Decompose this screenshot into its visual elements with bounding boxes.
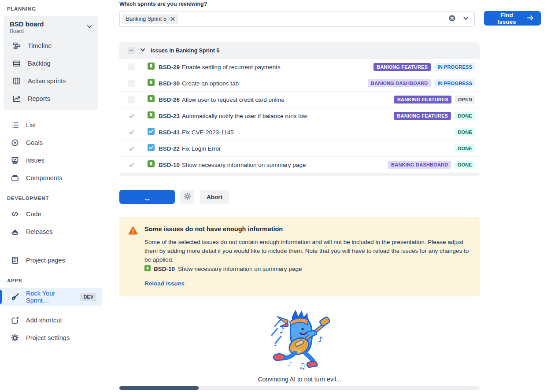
ship-icon — [11, 227, 19, 236]
issues-panel: Issues in Banking Sprint 5 BSD-29 Enable… — [119, 42, 480, 176]
epic-badge: BANKING FEATURES — [394, 96, 451, 104]
main-content: Which sprints are you reviewing? Banking… — [102, 0, 547, 392]
story-icon — [148, 95, 155, 104]
issue-key: BSD-29 — [159, 64, 180, 70]
find-issues-label: Find Issues — [491, 12, 523, 25]
issue-key: BSD-41 — [159, 129, 180, 136]
development-section-label: DEVELOPMENT — [0, 196, 102, 201]
abort-button[interactable]: Abort — [200, 190, 229, 204]
issue-key: BSD-22 — [159, 145, 180, 152]
issue-checkbox-checked[interactable] — [128, 161, 135, 168]
sidebar-item-timeline[interactable]: Timeline — [5, 37, 96, 55]
sidebar-item-reports[interactable]: Reports — [5, 90, 96, 107]
status-badge: DONE — [455, 144, 475, 152]
issue-checkbox[interactable] — [128, 96, 135, 103]
issue-title: Enable settling of recurrent payments — [182, 64, 281, 70]
board-card: BSD board Board Timeline Backlog — [4, 16, 98, 110]
board-title: BSD board — [10, 20, 86, 28]
sidebar-item-label: Timeline — [28, 42, 52, 49]
chevron-down-icon[interactable] — [462, 15, 469, 23]
sidebar-item-label: Project settings — [26, 334, 70, 341]
sidebar-item-issues[interactable]: Issues — [0, 152, 102, 169]
list-icon — [11, 121, 19, 129]
sidebar-item-releases[interactable]: Releases — [0, 223, 102, 240]
sidebar-item-label: Goals — [26, 139, 43, 146]
warning-issue-line: BSD-10 Show necessary information on sum… — [144, 265, 470, 273]
warning-panel: Some issues do not have enough informati… — [119, 217, 480, 296]
issues-icon — [11, 156, 19, 165]
sprint-multiselect[interactable]: Banking Sprint 5 — [119, 11, 475, 27]
generate-button-loading[interactable] — [119, 190, 175, 204]
timeline-icon — [12, 41, 21, 50]
issues-panel-title: Issues in Banking Sprint 5 — [151, 48, 219, 54]
sidebar-item-list[interactable]: List — [0, 116, 102, 134]
board-columns-icon — [12, 77, 21, 85]
app-window: PLANNING BSD board Board Timeline — [0, 0, 547, 392]
target-icon — [11, 138, 19, 147]
find-issues-button[interactable]: Find Issues — [484, 11, 541, 26]
sidebar-item-project-settings[interactable]: Project settings — [0, 329, 102, 347]
issue-checkbox-checked[interactable] — [128, 129, 135, 136]
clear-select-icon[interactable] — [448, 15, 456, 24]
reports-chart-icon — [12, 94, 21, 103]
issue-checkbox-checked[interactable] — [128, 145, 135, 152]
page-icon — [11, 256, 19, 265]
issue-row[interactable]: BSD-29 Enable settling of recurrent paym… — [119, 59, 480, 75]
story-icon — [148, 111, 155, 120]
status-badge: IN PROGRESS — [434, 79, 475, 87]
progress-fill — [119, 386, 199, 390]
dev-badge: DEV — [80, 293, 96, 301]
sprint-question-label: Which sprints are you reviewing? — [119, 1, 541, 7]
issue-title: Allow user to request credit card online — [182, 96, 285, 103]
status-badge: DONE — [455, 112, 475, 120]
board-switcher[interactable]: BSD board Board — [5, 20, 96, 37]
task-icon — [148, 144, 155, 153]
spinner-icon — [144, 194, 151, 200]
sidebar-item-rock-your-sprint[interactable]: Rock Your Sprint… DEV — [0, 288, 102, 306]
issue-checkbox[interactable] — [128, 80, 135, 87]
mascot-illustration: ♪ ♪ — [262, 366, 337, 374]
sidebar-item-components[interactable]: Components — [0, 169, 102, 187]
warning-issue-key: BSD-10 — [154, 266, 175, 272]
sidebar-item-label: Add shortcut — [26, 317, 62, 324]
sidebar-item-add-shortcut[interactable]: Add shortcut — [0, 311, 102, 329]
settings-button[interactable] — [180, 190, 194, 204]
issue-key: BSD-30 — [159, 80, 180, 87]
issue-checkbox-checked[interactable] — [128, 112, 135, 119]
board-subtitle: Board — [10, 28, 86, 34]
sprint-tag: Banking Sprint 5 — [122, 14, 178, 24]
issue-row[interactable]: BSD-41 Fix CVE-2023-1145 DONE — [119, 124, 480, 140]
sidebar-item-backlog[interactable]: Backlog — [5, 55, 96, 72]
reload-issues-link[interactable]: Reload Issues — [144, 280, 185, 287]
project-sidebar: PLANNING BSD board Board Timeline — [0, 0, 102, 392]
issue-row[interactable]: BSD-23 Automatically notify the user if … — [119, 108, 480, 124]
select-all-checkbox[interactable] — [128, 47, 135, 54]
issue-title: Show necessary information on summary pa… — [182, 162, 306, 168]
guitar-icon — [11, 292, 19, 301]
issue-row[interactable]: BSD-26 Allow user to request credit card… — [119, 92, 480, 107]
status-badge: IN PROGRESS — [434, 63, 475, 71]
sidebar-item-code[interactable]: Code — [0, 205, 102, 223]
issue-row[interactable]: BSD-10 Show necessary information on sum… — [119, 157, 480, 173]
progress-bar — [119, 386, 480, 390]
story-icon — [148, 63, 155, 71]
story-icon — [148, 160, 155, 169]
warning-triangle-icon — [128, 226, 138, 287]
component-brick-icon — [11, 174, 19, 182]
collapse-chevron-icon[interactable] — [140, 47, 146, 55]
sidebar-item-active-sprints[interactable]: Active sprints — [5, 72, 96, 90]
apps-section-label: APPS — [0, 278, 102, 283]
issues-panel-header[interactable]: Issues in Banking Sprint 5 — [119, 42, 480, 59]
planning-section-label: PLANNING — [0, 6, 102, 11]
sidebar-item-label: Backlog — [28, 60, 51, 67]
warning-body: Some of the selected issues do not conta… — [144, 238, 470, 264]
sidebar-item-goals[interactable]: Goals — [0, 134, 102, 152]
remove-sprint-icon[interactable] — [170, 17, 175, 21]
svg-text:♪: ♪ — [288, 360, 292, 367]
sidebar-item-project-pages[interactable]: Project pages — [0, 251, 102, 269]
issue-row[interactable]: BSD-22 Fix Login Error DONE — [119, 141, 480, 156]
issue-title: Automatically notify the user if balance… — [182, 113, 307, 119]
issue-row[interactable]: BSD-30 Create an options tab BANKING DAS… — [119, 75, 480, 91]
issue-checkbox[interactable] — [128, 63, 135, 70]
issue-key: BSD-10 — [159, 162, 180, 168]
